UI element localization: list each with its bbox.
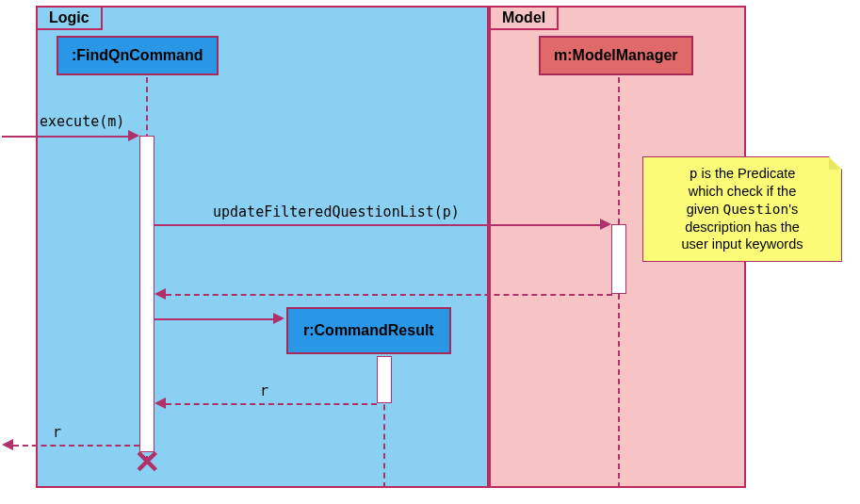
group-logic: Logic xyxy=(36,6,489,488)
note-line4: description has the xyxy=(653,219,832,236)
note-line1: p is the Predicate xyxy=(653,165,832,183)
msg-return-modelmgr-arrow xyxy=(166,294,612,296)
participant-modelmanager-label: m:ModelManager xyxy=(554,47,678,63)
msg-create-arrowhead xyxy=(273,313,284,324)
activation-cmdresult xyxy=(377,356,392,403)
msg-create-arrow xyxy=(154,318,275,320)
msg-update-label: updateFilteredQuestionList(p) xyxy=(213,203,460,220)
destroy-findqn-icon: ✕ xyxy=(134,446,160,478)
msg-return-r1-arrowhead xyxy=(154,398,166,409)
msg-return-r2-label: r xyxy=(53,424,61,441)
note-predicate: p is the Predicate which check if the gi… xyxy=(642,156,842,262)
activation-modelmgr xyxy=(611,224,626,294)
participant-modelmanager: m:ModelManager xyxy=(539,36,693,75)
group-logic-label: Logic xyxy=(36,6,103,30)
msg-execute-arrow xyxy=(2,136,130,138)
msg-execute-arrowhead xyxy=(128,130,139,141)
participant-findqncommand: :FindQnCommand xyxy=(57,36,219,75)
msg-update-arrow xyxy=(154,224,601,226)
group-model-label: Model xyxy=(489,6,559,30)
participant-findqncommand-label: :FindQnCommand xyxy=(72,47,203,63)
msg-return-r1-arrow xyxy=(166,403,377,405)
msg-update-arrowhead xyxy=(600,219,611,230)
msg-return-r2-arrow xyxy=(13,445,139,447)
msg-execute-label: execute(m) xyxy=(40,113,124,130)
note-line3: given Question's xyxy=(653,201,832,219)
msg-return-modelmgr-arrowhead xyxy=(154,288,166,300)
participant-commandresult: r:CommandResult xyxy=(286,307,451,354)
note-line5: user input keywords xyxy=(653,236,832,253)
note-line2: which check if the xyxy=(653,183,832,201)
msg-return-r2-arrowhead xyxy=(2,439,13,450)
msg-return-r1-label: r xyxy=(260,382,268,399)
activation-findqn xyxy=(139,136,154,452)
participant-commandresult-label: r:CommandResult xyxy=(303,322,434,338)
